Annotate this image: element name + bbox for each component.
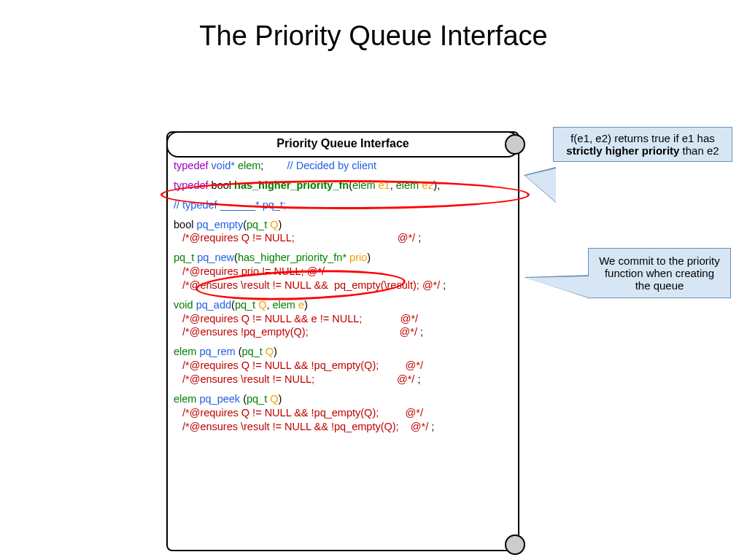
callout-priority-fn: f(e1, e2) returns true if e1 has strictl…	[553, 127, 732, 162]
highlight-oval-icon	[160, 180, 530, 209]
callout-commit: We commit to the priority function when …	[588, 248, 731, 298]
slide-title: The Priority Queue Interface	[0, 20, 747, 52]
panel-header: Priority Queue Interface	[166, 131, 519, 158]
scroll-curl-icon	[505, 534, 525, 555]
scroll-curl-icon	[505, 134, 525, 155]
